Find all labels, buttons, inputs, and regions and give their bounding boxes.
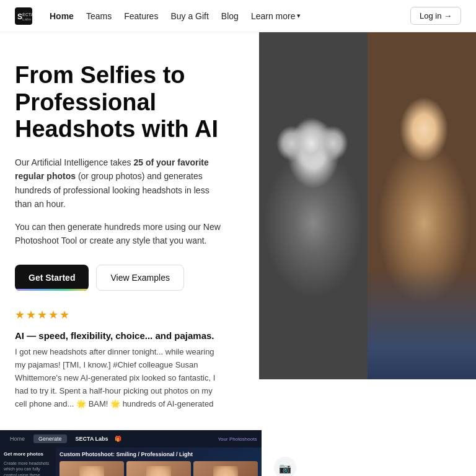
- app-body: Get more photos Create more headshots wh…: [0, 447, 262, 476]
- hero-image: [259, 32, 476, 379]
- view-examples-button[interactable]: View Examples: [96, 265, 183, 291]
- hero-img-color: [368, 32, 476, 379]
- nav-learn-more[interactable]: Learn more ▾: [251, 11, 301, 21]
- bottom-section: Home Generate SECTA Labs 🎁 Your Photosho…: [0, 430, 476, 476]
- app-photos-grid: [60, 461, 258, 476]
- sidebar-title: Get more photos: [4, 451, 52, 457]
- svg-text:Labs: Labs: [22, 17, 32, 21]
- logo[interactable]: S ECTA Labs: [15, 7, 32, 25]
- app-sidebar: Get more photos Create more headshots wh…: [0, 447, 56, 476]
- face-overlay-2: [146, 466, 171, 476]
- app-photo-2: [126, 461, 191, 476]
- feature-panel: 📷 Generate / Photoshoot Generate gives y…: [262, 430, 476, 476]
- app-logo: SECTA Labs: [76, 436, 108, 442]
- hero-body1: Our Artificial Intelligence takes 25 of …: [15, 156, 226, 211]
- app-topbar: Home Generate SECTA Labs 🎁 Your Photosho…: [0, 430, 262, 447]
- nav-blog[interactable]: Blog: [221, 11, 239, 21]
- app-tab-home[interactable]: Home: [5, 434, 30, 443]
- app-photo-1: [60, 461, 124, 476]
- hero-buttons: Get Started View Examples: [15, 265, 226, 291]
- logo-icon: S ECTA Labs: [15, 7, 32, 25]
- nav-home[interactable]: Home: [50, 11, 74, 21]
- sidebar-desc: Create more headshots which you can full…: [4, 461, 52, 476]
- nav-teams[interactable]: Teams: [86, 11, 112, 21]
- nav-gift[interactable]: Buy a Gift: [170, 11, 208, 21]
- navbar: S ECTA Labs Home Teams Features Buy a Gi…: [0, 0, 476, 32]
- hero-img-bw: [259, 32, 368, 379]
- svg-text:ECTA: ECTA: [22, 12, 32, 17]
- app-screenshot: Home Generate SECTA Labs 🎁 Your Photosho…: [0, 430, 262, 476]
- hero-left: From Selfies to Professional Headshots w…: [15, 62, 238, 410]
- hero-title: From Selfies to Professional Headshots w…: [15, 62, 226, 143]
- chevron-down-icon: ▾: [297, 12, 301, 20]
- app-main: Custom Photoshoot: Smiling / Professiona…: [56, 447, 262, 476]
- app-tab-generate[interactable]: Generate: [33, 434, 67, 443]
- review-title: AI — speed, flexibility, choice... and p…: [15, 330, 226, 341]
- svg-text:S: S: [17, 12, 22, 21]
- app-photo-3: [193, 461, 258, 476]
- face-overlay-3: [213, 466, 238, 476]
- nav-links: Home Teams Features Buy a Gift Blog Lear…: [50, 11, 410, 21]
- camera-icon-wrap: 📷: [274, 457, 464, 476]
- nav-features[interactable]: Features: [124, 11, 158, 21]
- face-overlay-1: [79, 466, 104, 476]
- star-rating: ★★★★★: [15, 308, 226, 322]
- review-text: I got new headshots after dinner tonight…: [15, 346, 226, 410]
- get-started-button[interactable]: Get Started: [15, 265, 89, 291]
- app-main-title: Custom Photoshoot: Smiling / Professiona…: [60, 451, 258, 457]
- hero-body2: You can then generate hundreds more usin…: [15, 220, 226, 248]
- app-photos-link[interactable]: Your Photoshoots: [218, 436, 257, 442]
- camera-icon: 📷: [274, 457, 296, 476]
- login-button[interactable]: Log in →: [410, 7, 461, 25]
- hero-section: From Selfies to Professional Headshots w…: [0, 32, 476, 430]
